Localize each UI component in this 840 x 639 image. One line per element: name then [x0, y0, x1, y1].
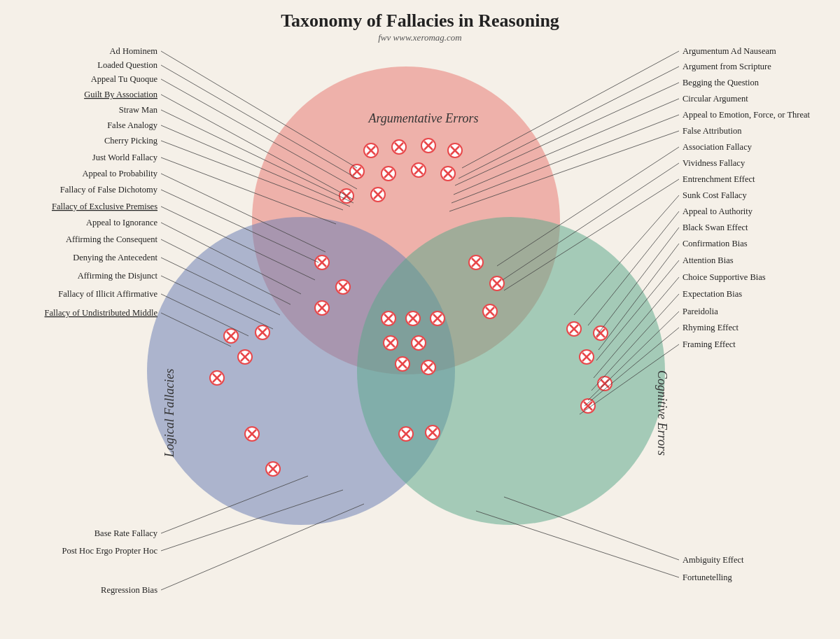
label-illicit-affirmative: Fallacy of Illicit Affirmative [58, 289, 158, 299]
label-regression-bias: Regression Bias [101, 585, 158, 595]
xmark-cog-3 [580, 350, 594, 364]
label-cherry-picking: Cherry Picking [104, 136, 158, 146]
xmark-log-5 [245, 427, 259, 441]
chart-subtitle: fwv www.xeromag.com [378, 32, 462, 43]
label-appeal-probability: Appeal to Probability [82, 169, 158, 178]
label-appeal-authority: Appeal to Authority [682, 206, 753, 216]
label-appeal-emotion: Appeal to Emotion, Force, or Threat [682, 110, 811, 120]
cognitive-label: Cognitive Errors [655, 370, 669, 456]
label-attention-bias: Attention Bias [682, 255, 734, 265]
logical-label: Logical Fallacies [162, 369, 176, 458]
xmark-arg-5 [350, 164, 364, 178]
label-undistributed-middle: Fallacy of Undistributed Middle [45, 308, 158, 318]
label-straw-man: Straw Man [119, 105, 158, 115]
label-fortunetelling: Fortunetelling [682, 573, 733, 582]
label-post-hoc: Post Hoc Ergo Propter Hoc [62, 546, 158, 556]
label-circular-argument: Circular Argument [682, 94, 748, 104]
xmark-ac-3 [483, 304, 497, 318]
main-container: Taxonomy of Fallacies in Reasoning fwv w… [0, 0, 840, 639]
xmark-all-1 [382, 311, 396, 325]
xmark-arg-1 [364, 143, 378, 157]
label-loaded-question: Loaded Question [97, 60, 158, 70]
label-base-rate: Base Rate Fallacy [94, 528, 158, 538]
label-expectation-bias: Expectation Bias [682, 289, 742, 299]
label-exclusive-premises: Fallacy of Exclusive Premises [52, 202, 158, 211]
xmark-cog-5 [581, 399, 595, 413]
label-rhyming-effect: Rhyming Effect [682, 323, 738, 332]
xmark-log-6 [266, 462, 280, 476]
xmark-arg-3 [421, 139, 435, 153]
label-ad-hominem: Ad Hominem [110, 46, 158, 56]
xmark-arg-7 [412, 163, 426, 177]
label-affirming-disjunct: Affirming the Disjunct [78, 271, 158, 281]
xmark-log-3 [238, 350, 252, 364]
xmark-log-2 [255, 325, 270, 339]
label-appeal-tu-quoque: Appeal Tu Quoque [91, 74, 158, 84]
label-false-attribution: False Attribution [682, 126, 742, 136]
label-sunk-cost: Sunk Cost Fallacy [682, 190, 747, 200]
xmark-lc-6 [426, 426, 440, 440]
xmark-arg-6 [382, 167, 396, 181]
label-choice-supportive: Choice Supportive Bias [682, 272, 766, 282]
label-vividness-fallacy: Vividness Fallacy [682, 158, 746, 168]
xmark-al-1 [315, 255, 329, 269]
label-argument-scripture: Argument from Scripture [682, 62, 771, 71]
label-association-fallacy: Association Fallacy [682, 142, 752, 152]
xmark-lc-4 [421, 360, 435, 374]
xmark-cog-2 [594, 326, 608, 340]
argumentative-label: Argumentative Errors [368, 111, 478, 125]
xmark-ac-1 [469, 255, 483, 269]
label-pareidolia: Pareidolia [682, 307, 718, 316]
xmark-al-2 [336, 280, 350, 294]
label-just-world: Just World Fallacy [92, 153, 158, 162]
venn-diagram: Taxonomy of Fallacies in Reasoning fwv w… [0, 0, 840, 639]
xmark-lc-2 [412, 336, 426, 350]
label-false-dichotomy: Fallacy of False Dichotomy [60, 185, 158, 195]
xmark-lc-3 [396, 357, 410, 371]
label-confirmation-bias: Confirmation Bias [682, 239, 748, 248]
label-guilt-association: Guilt By Association [84, 90, 158, 99]
chart-title: Taxonomy of Fallacies in Reasoning [281, 10, 559, 31]
xmark-cog-1 [567, 322, 581, 336]
xmark-all-2 [406, 311, 420, 325]
label-appeal-ignorance: Appeal to Ignorance [86, 218, 158, 227]
xmark-arg-4 [448, 143, 462, 157]
label-ambiguity-effect: Ambiguity Effect [682, 555, 744, 565]
xmark-lc-1 [384, 336, 398, 350]
xmark-log-4 [210, 371, 224, 385]
xmark-arg-10 [371, 188, 385, 202]
label-affirming-consequent: Affirming the Consequent [66, 234, 158, 244]
label-argumentum-ad-nauseam: Argumentum Ad Nauseam [682, 46, 776, 56]
xmark-arg-8 [441, 167, 455, 181]
label-denying-antecedent: Denying the Antecedent [73, 253, 158, 262]
xmark-lc-5 [399, 427, 413, 441]
xmark-ac-2 [490, 276, 504, 290]
label-black-swan: Black Swan Effect [682, 223, 748, 232]
xmark-al-3 [315, 301, 329, 315]
label-begging-question: Begging the Question [682, 78, 760, 87]
label-false-analogy: False Analogy [107, 120, 158, 130]
xmark-log-1 [224, 329, 238, 343]
xmark-all-3 [430, 311, 444, 325]
svg-line-148 [476, 511, 679, 577]
xmark-arg-2 [392, 140, 406, 154]
label-entrenchment-effect: Entrenchment Effect [682, 174, 755, 184]
label-framing-effect: Framing Effect [682, 339, 736, 349]
